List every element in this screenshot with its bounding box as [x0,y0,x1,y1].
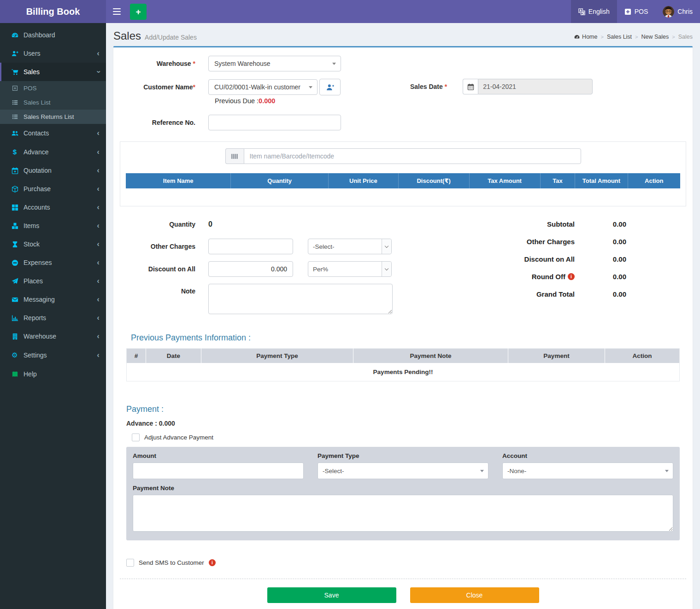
sidebar-item-dashboard[interactable]: Dashboard [0,26,106,44]
other-charges-label: Other Charges [120,243,208,250]
chevron-left-icon: ‹ [97,223,100,228]
account-select[interactable]: -None- [502,463,673,479]
adjust-advance-checkbox[interactable] [132,433,140,441]
other-charges-input[interactable] [208,239,293,254]
plus-square-icon [624,8,631,15]
customer-select[interactable]: CU/02/0001-Walk-in customer [208,79,318,95]
items-table-body [126,188,680,200]
envelope-icon [10,296,20,303]
language-menu[interactable]: English [571,0,617,23]
sidebar-item-sales[interactable]: Sales ‹ [0,63,106,81]
users-icon [10,130,20,137]
sidebar-item-messaging[interactable]: Messaging ‹ [0,290,106,309]
note-row: Note [120,284,470,314]
sidebar-item-advance[interactable]: $ Advance ‹ [0,142,106,161]
sidebar-item-settings[interactable]: ⚙ Settings ‹ [0,345,106,365]
sidebar-subitem-pos[interactable]: POS [0,81,106,95]
sidebar-subitem-sales-returns-list[interactable]: Sales Returns List [0,110,106,124]
breadcrumb-new-sales[interactable]: New Sales [641,34,669,40]
chevron-left-icon: ‹ [97,131,100,135]
warehouse-select[interactable]: System Warehouse [208,56,341,71]
payment-type-select[interactable]: -Select- [318,463,488,479]
item-search-input[interactable] [244,148,581,164]
info-icon[interactable] [568,273,575,280]
quantity-value: 0 [208,220,212,228]
chevron-down-icon [382,239,391,254]
breadcrumb-home[interactable]: Home [582,34,597,40]
chevron-left-icon: ‹ [97,316,100,320]
user-menu[interactable]: Chris [655,0,700,23]
sales-date-input[interactable] [478,79,593,94]
pos-label: POS [635,8,648,15]
send-sms-checkbox[interactable] [126,559,134,567]
building-icon [10,333,20,340]
hamburger-menu-icon[interactable] [106,0,127,23]
col-pp-action: Action [605,349,680,363]
sidebar-item-purchase[interactable]: Purchase ‹ [0,180,106,198]
payment-note-textarea[interactable] [133,495,673,532]
sidebar-item-stock[interactable]: Stock ‹ [0,235,106,253]
amount-input[interactable] [133,463,304,479]
breadcrumb-current: Sales [678,34,693,40]
other-charges-select[interactable]: -Select- [308,239,392,254]
discount-total-value: 0.00 [575,255,626,263]
pos-link[interactable]: POS [617,0,656,23]
info-icon[interactable] [209,559,216,566]
grand-total-row: Grand Total 0.00 [502,290,626,298]
sidebar-item-items[interactable]: Items ‹ [0,217,106,235]
sidebar-subitem-sales-list[interactable]: Sales List [0,95,106,110]
language-label: English [588,8,610,15]
calendar-icon[interactable] [463,79,478,94]
reference-input[interactable] [208,115,341,130]
cubes-icon [10,223,20,229]
totals-panel: Subtotal 0.00 Other Charges 0.00 Discoun… [502,220,686,321]
sales-submenu: POS Sales List [0,81,106,124]
sidebar: Dashboard Users ‹ Sales ‹ [0,23,106,609]
form-actions: Save Close [120,579,686,608]
sidebar-item-reports[interactable]: Reports ‹ [0,309,106,327]
minus-circle-icon [10,259,20,266]
account-field-group: Account -None- [502,452,673,479]
sidebar-item-quotation[interactable]: Quotation ‹ [0,161,106,180]
list-icon [10,114,19,120]
sidebar-item-warehouse[interactable]: Warehouse ‹ [0,327,106,345]
breadcrumb-sales-list[interactable]: Sales List [607,34,632,40]
sidebar-item-places[interactable]: Places ‹ [0,272,106,290]
chevron-left-icon: ‹ [97,168,100,173]
app-logo[interactable]: Billing Book [0,0,106,23]
col-quantity: Quantity [230,173,328,188]
account-label: Account [502,452,673,459]
payment-type-label: Payment Type [318,452,488,459]
sales-date-label: Sales Date * [410,83,447,90]
chevron-down-icon: ‹ [96,70,100,73]
add-customer-button[interactable] [319,79,341,95]
quick-add-button[interactable]: + [130,4,147,20]
chevron-left-icon: ‹ [97,260,100,265]
user-name: Chris [677,8,693,15]
sidebar-item-contacts[interactable]: Contacts ‹ [0,124,106,142]
round-off-row: Round Off 0.00 [502,273,626,281]
save-button[interactable]: Save [267,587,396,603]
chevron-left-icon: ‹ [97,51,100,56]
sidebar-item-users[interactable]: Users ‹ [0,44,106,63]
adjust-advance-row: Adjust Advance Payment [132,433,686,441]
previous-payments-heading: Previous Payments Information : [131,333,686,343]
discount-type-select[interactable]: Per% [308,261,392,277]
sidebar-item-help[interactable]: Help [0,365,106,383]
sidebar-item-expenses[interactable]: Expenses ‹ [0,253,106,272]
col-payment-note: Payment Note [353,349,508,363]
sidebar-item-accounts[interactable]: Accounts ‹ [0,198,106,217]
avatar [663,6,674,18]
col-total-amount: Total Amount [575,173,627,188]
quantity-label: Quantity [120,221,208,228]
col-payment-type: Payment Type [201,349,353,363]
hourglass-icon [10,241,20,248]
discount-input[interactable] [208,261,293,277]
payments-empty-message: Payments Pending!! [127,363,680,381]
close-button[interactable]: Close [410,587,539,603]
col-hash: # [127,349,146,363]
note-textarea[interactable] [208,284,393,314]
payment-type-field-group: Payment Type -Select- [318,452,488,479]
user-plus-icon [326,83,334,91]
col-payment: Payment [508,349,605,363]
